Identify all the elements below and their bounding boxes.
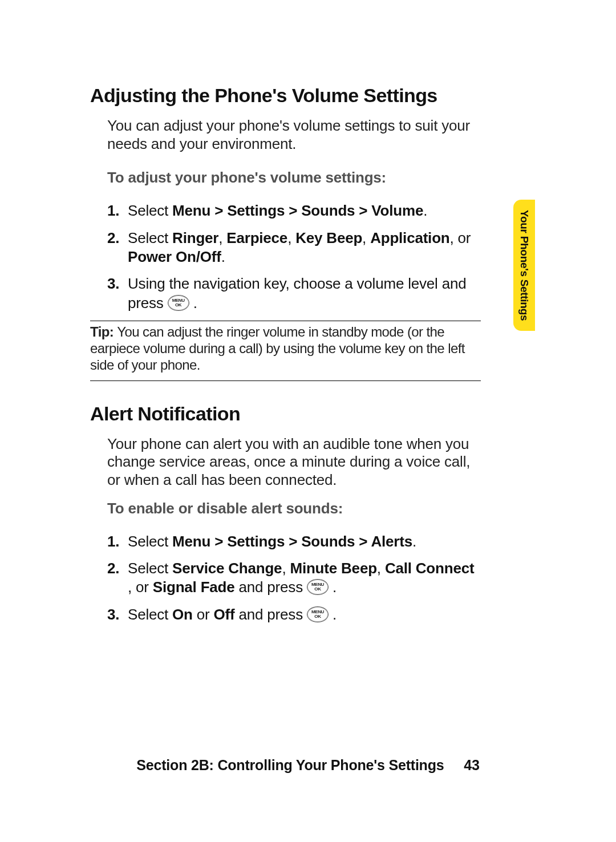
page-content: Adjusting the Phone's Volume Settings Yo…: [90, 84, 481, 632]
step-body: Select Menu > Settings > Sounds > Volume…: [128, 201, 481, 220]
step-body: Select Service Change, Minute Beep, Call…: [128, 559, 481, 597]
subhead-volume: To adjust your phone's volume settings:: [107, 169, 481, 187]
steps-alert: 1. Select Menu > Settings > Sounds > Ale…: [107, 532, 481, 624]
step-row: 1. Select Menu > Settings > Sounds > Ale…: [107, 532, 481, 551]
subhead-alert: To enable or disable alert sounds:: [107, 500, 481, 517]
step-body: Select Ringer, Earpiece, Key Beep, Appli…: [128, 229, 481, 267]
step-row: 2. Select Ringer, Earpiece, Key Beep, Ap…: [107, 229, 481, 267]
step-number: 1.: [107, 532, 128, 551]
intro-volume: You can adjust your phone's volume setti…: [107, 117, 481, 153]
footer-section: Section 2B: Controlling Your Phone's Set…: [136, 757, 444, 773]
step-row: 2. Select Service Change, Minute Beep, C…: [107, 559, 481, 597]
step-number: 2.: [107, 559, 128, 597]
step-row: 3. Using the navigation key, choose a vo…: [107, 274, 481, 313]
menu-ok-key-icon: MENUOK: [307, 606, 329, 622]
step-body: Select Menu > Settings > Sounds > Alerts…: [128, 532, 481, 551]
step-body: Select On or Off and press MENUOK .: [128, 605, 481, 624]
side-tab-label: Your Phone's Settings: [518, 210, 530, 321]
heading-volume: Adjusting the Phone's Volume Settings: [90, 84, 481, 107]
step-number: 3.: [107, 605, 128, 624]
steps-volume: 1. Select Menu > Settings > Sounds > Vol…: [107, 201, 481, 312]
tip-text: Tip: You can adjust the ringer volume in…: [90, 323, 481, 374]
page-number: 43: [464, 757, 479, 773]
heading-alert: Alert Notification: [90, 403, 481, 425]
menu-ok-key-icon: MENUOK: [307, 579, 329, 595]
menu-ok-key-icon: MENUOK: [168, 295, 189, 311]
step-number: 2.: [107, 229, 128, 267]
step-row: 3. Select On or Off and press MENUOK .: [107, 605, 481, 624]
tip-separator-top: [90, 321, 481, 321]
side-tab: Your Phone's Settings: [513, 200, 535, 331]
step-number: 3.: [107, 274, 128, 313]
step-body: Using the navigation key, choose a volum…: [128, 274, 481, 313]
intro-alert: Your phone can alert you with an audible…: [107, 435, 481, 489]
tip-separator-bottom: [90, 380, 481, 381]
step-row: 1. Select Menu > Settings > Sounds > Vol…: [107, 201, 481, 220]
step-number: 1.: [107, 201, 128, 220]
page-footer: Section 2B: Controlling Your Phone's Set…: [0, 757, 616, 774]
